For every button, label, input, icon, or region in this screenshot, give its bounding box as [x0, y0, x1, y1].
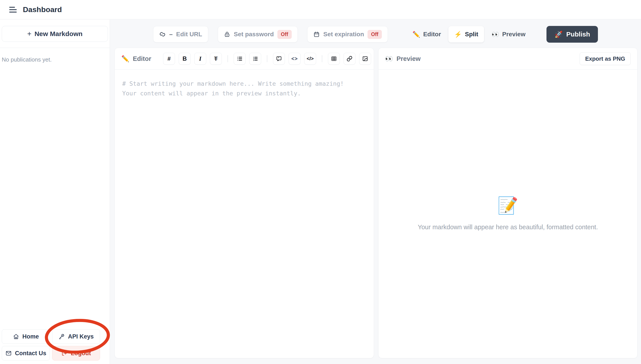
menu-icon[interactable]	[9, 7, 17, 12]
home-button[interactable]: Home	[2, 329, 50, 344]
preview-panel-title: 👀 Preview	[385, 55, 421, 62]
publication-toolbar: – Edit URL Set password Off Set expirati…	[110, 26, 641, 43]
memo-emoji-icon: 📝	[498, 197, 518, 214]
preview-panel-header: 👀 Preview Export as PNG	[378, 48, 638, 70]
export-png-button[interactable]: Export as PNG	[580, 52, 631, 65]
plus-icon: +	[27, 30, 32, 38]
contact-us-button[interactable]: Contact Us	[2, 346, 50, 360]
ordered-list-icon: 1 2 3	[252, 56, 258, 62]
image-button[interactable]	[359, 53, 371, 64]
view-mode-preview[interactable]: 👀 Preview	[486, 26, 531, 42]
view-mode-editor[interactable]: ✏️ Editor	[407, 26, 447, 42]
expiration-off-badge: Off	[368, 30, 382, 39]
mail-icon	[5, 350, 12, 356]
main-area: – Edit URL Set password Off Set expirati…	[110, 19, 641, 364]
set-expiration-label: Set expiration	[323, 31, 364, 38]
password-off-badge: Off	[278, 30, 292, 39]
ordered-list-button[interactable]: 1 2 3	[249, 53, 261, 64]
sidebar-bottom-nav: Home API Keys Contact Us Logout	[2, 329, 100, 360]
bullet-list-button[interactable]	[234, 53, 246, 64]
link-icon	[159, 31, 166, 38]
publish-label: Publish	[566, 30, 590, 38]
set-password-label: Set password	[234, 31, 274, 38]
view-mode-toggle: ✏️ Editor ⚡ Split 👀 Preview	[407, 26, 531, 42]
heading-button[interactable]: #	[163, 53, 175, 64]
publish-button[interactable]: 🚀 Publish	[546, 26, 598, 43]
dash-icon: –	[169, 31, 173, 38]
lightning-emoji-icon: ⚡	[454, 31, 462, 38]
view-mode-split-label: Split	[465, 31, 478, 38]
markdown-editor-input[interactable]: # Start writing your markdown here... Wr…	[115, 70, 374, 358]
logout-icon	[61, 350, 68, 356]
inline-code-button[interactable]: <>	[289, 53, 300, 64]
bullet-list-icon	[236, 56, 243, 62]
eyes-emoji-icon: 👀	[385, 55, 393, 62]
editor-title-label: Editor	[133, 55, 151, 62]
editor-panel-header: ✏️ Editor # B I T	[115, 48, 374, 70]
toolbar-divider	[267, 55, 267, 62]
markdown-toolbar: # B I T	[163, 53, 371, 64]
publications-empty-text: No publications yet.	[2, 56, 108, 63]
pencil-emoji-icon: ✏️	[412, 31, 420, 38]
edit-url-button[interactable]: – Edit URL	[153, 26, 208, 42]
logout-button[interactable]: Logout	[52, 346, 100, 360]
panels-row: ✏️ Editor # B I T	[110, 43, 641, 364]
api-keys-button[interactable]: API Keys	[52, 329, 100, 344]
eyes-emoji-icon: 👀	[492, 31, 499, 38]
sidebar-divider	[0, 48, 110, 48]
sidebar: + New Markdown No publications yet. Home…	[0, 20, 110, 364]
image-icon	[362, 56, 368, 62]
set-expiration-button[interactable]: Set expiration Off	[307, 26, 388, 42]
set-password-button[interactable]: Set password Off	[218, 26, 298, 42]
editor-panel: ✏️ Editor # B I T	[114, 48, 374, 358]
view-mode-preview-label: Preview	[502, 31, 526, 38]
link-button[interactable]	[344, 53, 356, 64]
home-label: Home	[22, 333, 39, 340]
preview-empty-state: 📝 Your markdown will appear here as beau…	[378, 70, 638, 358]
code-block-button[interactable]: </>	[304, 53, 316, 64]
table-button[interactable]	[328, 53, 340, 64]
topbar: Dashboard	[0, 0, 641, 19]
contact-us-label: Contact Us	[15, 350, 46, 357]
quote-button[interactable]: ”	[273, 53, 285, 64]
logout-label: Logout	[71, 350, 91, 357]
editor-panel-title: ✏️ Editor	[121, 55, 151, 62]
svg-text:3: 3	[253, 59, 254, 61]
new-markdown-label: New Markdown	[34, 30, 82, 38]
key-icon	[58, 333, 65, 340]
new-markdown-button[interactable]: + New Markdown	[2, 26, 108, 42]
view-mode-editor-label: Editor	[423, 31, 441, 38]
strikethrough-button[interactable]: T	[210, 53, 222, 64]
quote-icon: ”	[276, 56, 282, 62]
preview-panel: 👀 Preview Export as PNG 📝 Your markdown …	[378, 48, 638, 358]
italic-button[interactable]: I	[194, 53, 206, 64]
lock-icon	[224, 31, 230, 38]
preview-title-label: Preview	[396, 55, 421, 62]
toolbar-divider	[228, 55, 228, 62]
view-mode-split[interactable]: ⚡ Split	[448, 26, 484, 42]
calendar-icon	[313, 31, 320, 38]
edit-url-label: Edit URL	[176, 31, 202, 38]
page-title: Dashboard	[23, 5, 62, 14]
rocket-emoji-icon: 🚀	[554, 30, 562, 38]
pencil-emoji-icon: ✏️	[121, 55, 129, 62]
svg-text:”: ”	[278, 56, 279, 60]
api-keys-label: API Keys	[68, 333, 94, 340]
link-icon	[346, 56, 352, 62]
bold-button[interactable]: B	[179, 53, 190, 64]
toolbar-divider	[322, 55, 322, 62]
home-icon	[13, 333, 19, 340]
table-icon	[331, 56, 337, 62]
preview-empty-text: Your markdown will appear here as beauti…	[418, 224, 598, 231]
